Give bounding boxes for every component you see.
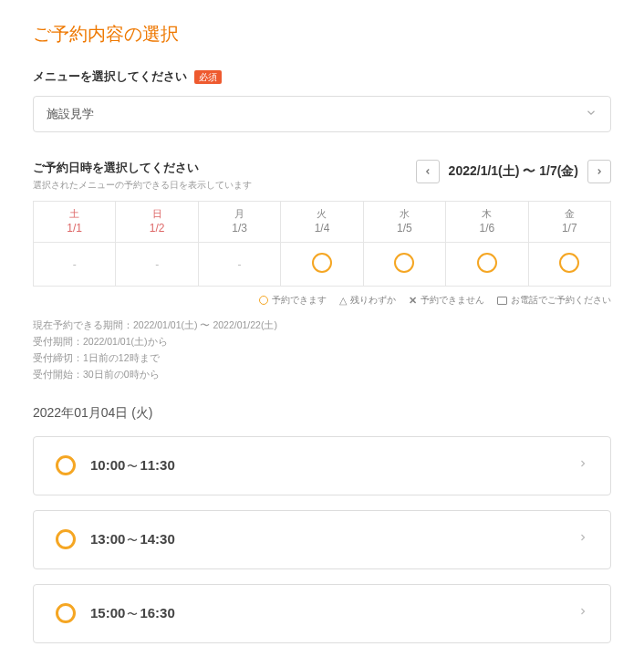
- menu-select-value: 施設見学: [47, 107, 94, 120]
- info-line: 受付締切：1日前の12時まで: [33, 350, 611, 367]
- menu-label: メニューを選択してください: [33, 68, 187, 85]
- next-week-button[interactable]: [587, 160, 611, 183]
- legend-closed-label: 予約できません: [421, 294, 484, 307]
- time-slot[interactable]: 15:00〜16:30: [33, 584, 611, 643]
- legend-tel: お電話でご予約ください: [497, 294, 611, 307]
- calendar-day-cell: -: [116, 243, 198, 287]
- chevron-right-icon: [577, 529, 588, 550]
- available-icon: [559, 253, 579, 273]
- date-range: 2022/1/1(土) 〜 1/7(金): [445, 163, 582, 180]
- calendar-day-header: 木1/6: [446, 202, 528, 243]
- legend-few: △ 残りわずか: [339, 294, 396, 307]
- legend: 予約できます △ 残りわずか ✕ 予約できません お電話でご予約ください: [33, 294, 611, 307]
- available-icon: [477, 253, 497, 273]
- time-slot-label: 13:00〜14:30: [90, 531, 563, 548]
- info-line: 受付期間：2022/01/01(土)から: [33, 334, 611, 350]
- calendar-day-header: 金1/7: [528, 202, 610, 243]
- legend-open-label: 予約できます: [272, 294, 327, 307]
- info-lines: 現在予約できる期間：2022/01/01(土) 〜 2022/01/22(土)受…: [33, 318, 611, 382]
- available-icon: [56, 455, 76, 475]
- required-badge: 必須: [194, 70, 222, 84]
- calendar-day-header: 月1/3: [198, 202, 280, 243]
- calendar-table: 土1/1日1/2月1/3火1/4水1/5木1/6金1/7 ---: [33, 201, 611, 287]
- calendar-day-cell[interactable]: [363, 243, 445, 287]
- available-icon: [394, 253, 414, 273]
- time-slot[interactable]: 13:00〜14:30: [33, 510, 611, 569]
- legend-tel-label: お電話でご予約ください: [511, 294, 611, 307]
- menu-select[interactable]: 施設見学: [33, 96, 611, 132]
- info-line: 現在予約できる期間：2022/01/01(土) 〜 2022/01/22(土): [33, 318, 611, 334]
- chevron-down-icon: [585, 107, 597, 122]
- available-icon: [312, 253, 332, 273]
- available-icon: [56, 603, 76, 623]
- calendar-day-header: 土1/1: [34, 202, 116, 243]
- time-slot-label: 10:00〜11:30: [90, 457, 563, 474]
- legend-closed: ✕ 予約できません: [409, 294, 484, 307]
- chevron-right-icon: [577, 603, 588, 624]
- available-icon: [56, 529, 76, 549]
- x-icon: ✕: [409, 295, 417, 307]
- calendar-day-cell: -: [198, 243, 280, 287]
- info-line: 受付開始：30日前の0時から: [33, 367, 611, 383]
- time-slot-label: 15:00〜16:30: [90, 605, 563, 622]
- tel-icon: [497, 297, 507, 305]
- page-title: ご予約内容の選択: [33, 22, 611, 47]
- date-section-label: ご予約日時を選択してください: [33, 160, 252, 176]
- time-slot[interactable]: 10:00〜11:30: [33, 436, 611, 495]
- circle-icon: [259, 296, 268, 305]
- calendar-day-header: 日1/2: [116, 202, 198, 243]
- legend-few-label: 残りわずか: [350, 294, 396, 307]
- triangle-icon: △: [339, 295, 347, 307]
- calendar-day-cell: -: [34, 243, 116, 287]
- menu-label-row: メニューを選択してください 必須: [33, 68, 611, 85]
- calendar-day-header: 水1/5: [363, 202, 445, 243]
- calendar-day-cell[interactable]: [281, 243, 363, 287]
- chevron-right-icon: [577, 455, 588, 476]
- date-nav: 2022/1/1(土) 〜 1/7(金): [416, 160, 611, 183]
- selected-date-label: 2022年01月04日 (火): [33, 405, 611, 422]
- date-section-sublabel: 選択されたメニューの予約できる日を表示しています: [33, 179, 252, 192]
- calendar-day-header: 火1/4: [281, 202, 363, 243]
- calendar-day-cell[interactable]: [446, 243, 528, 287]
- calendar-day-cell[interactable]: [528, 243, 610, 287]
- legend-open: 予約できます: [259, 294, 327, 307]
- prev-week-button[interactable]: [416, 160, 440, 183]
